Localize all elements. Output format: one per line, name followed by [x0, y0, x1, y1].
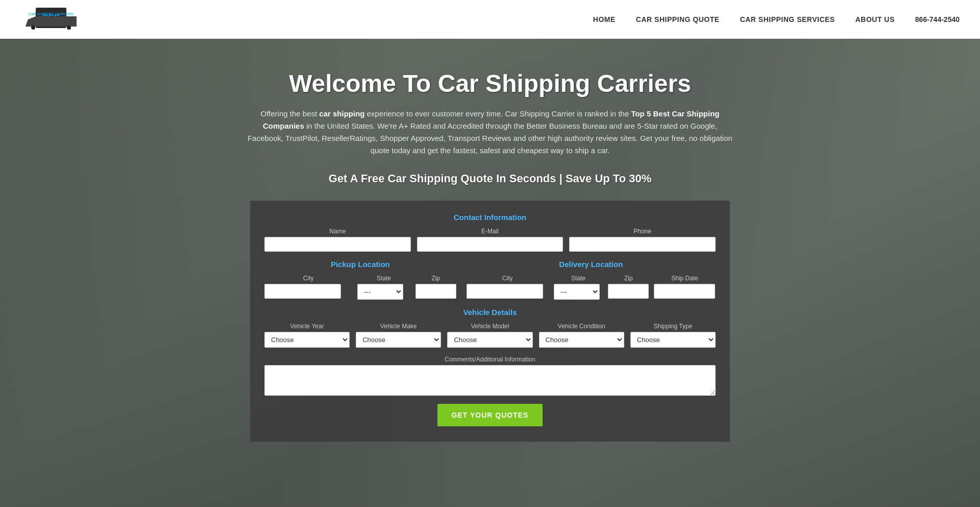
name-group: Name [264, 228, 411, 252]
svg-text:CAR SHIPPING CARRIERS: CAR SHIPPING CARRIERS [29, 12, 74, 16]
name-label: Name [264, 228, 411, 235]
delivery-city-input[interactable] [467, 284, 543, 299]
vehicle-section-title: Vehicle Details [264, 308, 716, 317]
svg-point-2 [31, 26, 35, 30]
comments-label: Comments/Additional Information [264, 356, 716, 363]
nav-car-shipping-services[interactable]: CAR SHIPPING SERVICES [740, 15, 835, 23]
header: CSC CAR SHIPPING CARRIERS HOME CAR SHIPP… [0, 0, 980, 39]
pickup-state-select[interactable]: --- ALAKAZAR CACOCTDE FLGAHIID ILINIAKS … [357, 284, 403, 300]
contact-section-title: Contact Information [264, 213, 716, 222]
header-phone: 866-744-2540 [915, 15, 960, 23]
delivery-city-label: City [467, 275, 549, 282]
pickup-location-block: Pickup Location City State --- ALAKAZAR … [264, 260, 456, 300]
vehicle-year-group: Vehicle Year Choose 2024202320222021 202… [264, 323, 350, 348]
vehicle-make-label: Vehicle Make [356, 323, 441, 330]
pickup-zip-label: Zip [415, 275, 456, 282]
delivery-zip-group: Zip [608, 275, 649, 300]
vehicle-year-select[interactable]: Choose 2024202320222021 2020201920182017… [264, 332, 350, 348]
vehicle-condition-select[interactable]: Choose Runs & Drives Does Not Run [539, 332, 624, 348]
logo-area: CSC CAR SHIPPING CARRIERS [20, 4, 82, 35]
ship-date-input[interactable] [654, 284, 715, 299]
pickup-city-group: City [264, 275, 352, 300]
ship-date-group: Ship Date [654, 275, 716, 300]
phone-group: Phone [569, 228, 716, 252]
pickup-city-input[interactable] [264, 284, 341, 299]
delivery-zip-label: Zip [608, 275, 649, 282]
hero-content: Welcome To Car Shipping Carriers Offerin… [245, 69, 735, 442]
email-group: E-Mail [417, 228, 564, 252]
nav-car-shipping-quote[interactable]: CAR SHIPPING QUOTE [636, 15, 720, 23]
logo-icon: CSC CAR SHIPPING CARRIERS [20, 5, 82, 33]
vehicle-condition-group: Vehicle Condition Choose Runs & Drives D… [539, 323, 624, 348]
shipping-type-label: Shipping Type [630, 323, 716, 330]
locations-row: Pickup Location City State --- ALAKAZAR … [264, 260, 716, 300]
contact-row: Name E-Mail Phone [264, 228, 716, 252]
vehicle-year-label: Vehicle Year [264, 323, 350, 330]
vehicle-model-select[interactable]: Choose [447, 332, 532, 348]
phone-label: Phone [569, 228, 716, 235]
shipping-type-select[interactable]: Choose Open Transport Enclosed Transport [630, 332, 716, 348]
delivery-city-group: City [467, 275, 549, 300]
delivery-state-select[interactable]: --- ALAKAZAR CACOCTDE FLGAHIID ILINIAKS … [554, 284, 600, 300]
pickup-fields: City State --- ALAKAZAR CACOCTDE FLGAHII… [264, 275, 456, 300]
hero-title: Welcome To Car Shipping Carriers [245, 69, 735, 98]
delivery-location-block: Delivery Location City State --- ALAKAZA… [467, 260, 716, 300]
pickup-section-title: Pickup Location [264, 260, 456, 269]
nav-home[interactable]: HOME [593, 15, 616, 23]
pickup-city-label: City [264, 275, 352, 282]
hero-description: Offering the best car shipping experienc… [245, 108, 735, 157]
vehicle-model-label: Vehicle Model [447, 323, 532, 330]
shipping-type-group: Shipping Type Choose Open Transport Encl… [630, 323, 716, 348]
comments-textarea[interactable] [264, 365, 716, 396]
email-input[interactable] [417, 237, 564, 252]
pickup-state-label: State [357, 275, 410, 282]
delivery-state-label: State [554, 275, 603, 282]
email-label: E-Mail [417, 228, 564, 235]
pickup-state-group: State --- ALAKAZAR CACOCTDE FLGAHIID ILI… [357, 275, 410, 300]
vehicle-make-select[interactable]: Choose AcuraBMWChevrolet DodgeFordHonda … [356, 332, 441, 348]
hero-section: Welcome To Car Shipping Carriers Offerin… [0, 39, 980, 507]
comments-group: Comments/Additional Information [264, 356, 716, 396]
submit-button[interactable]: GET YOUR QUOTES [437, 404, 543, 426]
quote-form-container: Contact Information Name E-Mail Phone [250, 201, 730, 442]
vehicle-make-group: Vehicle Make Choose AcuraBMWChevrolet Do… [356, 323, 441, 348]
vehicle-model-group: Vehicle Model Choose [447, 323, 532, 348]
name-input[interactable] [264, 237, 411, 252]
nav-about-us[interactable]: ABOUT US [855, 15, 895, 23]
hero-subtitle: Get A Free Car Shipping Quote In Seconds… [245, 172, 735, 185]
phone-input[interactable] [569, 237, 716, 252]
vehicle-row: Vehicle Year Choose 2024202320222021 202… [264, 323, 716, 348]
pickup-zip-input[interactable] [415, 284, 456, 299]
ship-date-label: Ship Date [654, 275, 716, 282]
pickup-zip-group: Zip [415, 275, 456, 300]
delivery-state-group: State --- ALAKAZAR CACOCTDE FLGAHIID ILI… [554, 275, 603, 300]
delivery-section-title: Delivery Location [467, 260, 716, 269]
main-nav: HOME CAR SHIPPING QUOTE CAR SHIPPING SER… [593, 15, 960, 23]
delivery-fields: City State --- ALAKAZAR CACOCTDE FLGAHII… [467, 275, 716, 300]
vehicle-condition-label: Vehicle Condition [539, 323, 624, 330]
svg-point-3 [67, 26, 71, 30]
delivery-zip-input[interactable] [608, 284, 649, 299]
logo: CSC CAR SHIPPING CARRIERS [20, 4, 82, 35]
